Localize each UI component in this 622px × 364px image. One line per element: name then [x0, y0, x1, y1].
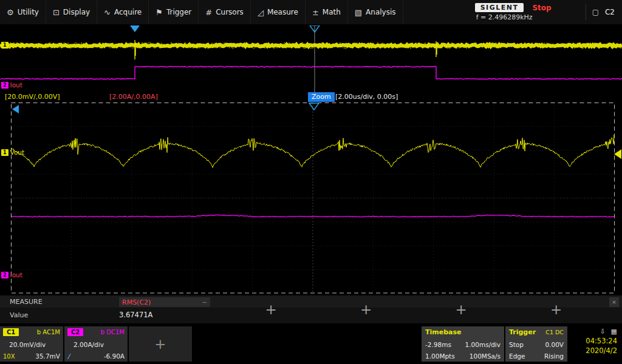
trigger-offscreen-marker: [12, 105, 19, 113]
trigger-box[interactable]: Trigger C1 DC Stop 0.00V Edge Rising: [505, 326, 567, 362]
menu-item-label: Trigger: [166, 8, 191, 16]
trigger-title: Trigger: [509, 328, 536, 336]
menu-item-measure[interactable]: ◿Measure: [251, 0, 306, 24]
overview-strip[interactable]: 1 Vout 2 Iout: [0, 25, 622, 92]
brand-block: SIGLENT Stop f = 2.496289kHz: [471, 0, 581, 24]
c2-offset: -6.90A: [104, 352, 125, 360]
measure-title: MEASURE: [10, 298, 112, 306]
menubar-right: ▢ C2: [581, 0, 622, 24]
measure-item-rms-c2[interactable]: RMS(C2) −: [119, 297, 210, 307]
usb-icon[interactable]: ⇩: [600, 328, 605, 335]
menu-item-utility[interactable]: ⚙Utility: [0, 0, 46, 24]
c2-skew-icon: ∕: [67, 352, 70, 360]
measure-empty-slot[interactable]: +: [319, 295, 414, 323]
menu-item-label: Utility: [18, 8, 39, 16]
menu-item-math[interactable]: ±Math: [306, 0, 348, 24]
clock-area: ⇩ ▦ 04:53:24 2020/4/2: [569, 326, 622, 364]
c1-probe-attenuation: 10X: [3, 353, 15, 360]
channel-window-icon: ▢: [592, 8, 599, 16]
measure-value-label: Value: [10, 311, 112, 320]
brand-row: SIGLENT Stop: [475, 3, 577, 12]
menubar-divider: [586, 4, 586, 20]
c2-channel-box[interactable]: C2 b DC1M 2.00A/div ∕ -6.90A: [64, 326, 128, 362]
measure-labels-column: MEASURE Value: [0, 295, 112, 323]
menu-item-label: Acquire: [114, 8, 142, 16]
statusbar: C1 b AC1M 20.0mV/div 10X 35.7mV C2 b DC1…: [0, 325, 622, 364]
menu-item-label: Analysis: [366, 8, 395, 16]
menu-item-analysis[interactable]: ▧Analysis: [348, 0, 403, 24]
clock-time: 04:53:24: [586, 337, 617, 345]
c2-amps-per-div: 2.00A/div: [67, 341, 125, 348]
trigger-position-marker: [130, 25, 140, 32]
menu-item-display[interactable]: ⊡Display: [46, 0, 97, 24]
lan-icon[interactable]: ▦: [611, 328, 617, 335]
timebase-delay: -2.98ms: [425, 341, 451, 348]
menu-item-acquire[interactable]: ∿Acquire: [97, 0, 149, 24]
c2-coupling: b DC1M: [101, 329, 125, 335]
measure-item-name: RMS(C2): [122, 298, 151, 306]
measure-icon: ◿: [258, 8, 264, 17]
scale-info-row: [20.0mV/,0.00V] [2.00A/,0.00A] Zoom [2.0…: [0, 92, 622, 103]
c1-badge: C1: [3, 328, 19, 336]
cursors-icon: #: [205, 8, 212, 17]
measure-panel: MEASURE Value RMS(C2) − 3.67471A ++++ ×: [0, 295, 622, 323]
menu-item-trigger[interactable]: ⚑Trigger: [149, 0, 199, 24]
timebase-title: Timebase: [425, 328, 501, 336]
c1-offset: 35.7mV: [35, 352, 60, 360]
c1-level-marker: [614, 149, 621, 159]
zoom-waveform-view[interactable]: 1 Vout 2 Iout: [0, 103, 622, 294]
collapse-icon[interactable]: −: [202, 299, 207, 306]
siglent-logo: SIGLENT: [475, 3, 524, 12]
sample-rate: 100MSa/s: [470, 352, 501, 360]
trigger-source: C1 DC: [545, 329, 564, 335]
menu-items: ⚙Utility⊡Display∿Acquire⚑Trigger#Cursors…: [0, 0, 471, 24]
overview-waveforms: [0, 25, 622, 92]
trigger-state: Stop: [509, 341, 524, 348]
zoom-timebase-readout: [2.00us/div, 0.00s]: [335, 93, 398, 101]
measure-empty-slot[interactable]: +: [414, 295, 509, 323]
acquisition-state[interactable]: Stop: [532, 4, 551, 12]
trigger-frequency-readout: f = 2.496289kHz: [475, 13, 577, 21]
menu-item-cursors[interactable]: #Cursors: [199, 0, 251, 24]
measure-empty-slots: ++++: [224, 295, 622, 323]
trigger-slope: Rising: [544, 352, 564, 360]
add-channel-button[interactable]: +: [129, 326, 192, 362]
c1-scale-readout: [20.0mV/,0.00V]: [5, 93, 60, 101]
trigger-icon: ⚑: [156, 8, 163, 17]
memory-depth: 1.00Mpts: [425, 352, 455, 360]
trigger-type: Edge: [509, 352, 525, 360]
menu-item-label: Math: [323, 8, 341, 16]
measure-empty-slot[interactable]: +: [224, 295, 319, 323]
c1-volts-per-div: 20.0mV/div: [3, 341, 60, 348]
zoom-waveforms: [0, 103, 622, 294]
timebase-box[interactable]: Timebase -2.98ms 1.00ms/div 1.00Mpts 100…: [422, 326, 504, 362]
acquire-icon: ∿: [104, 8, 111, 17]
measure-value: 3.67471A: [119, 311, 224, 319]
zoom-center-marker: [309, 103, 319, 110]
analysis-icon: ▧: [355, 8, 362, 17]
oscilloscope-screen: ⚙Utility⊡Display∿Acquire⚑Trigger#Cursors…: [0, 0, 622, 364]
status-icons: ⇩ ▦: [600, 328, 617, 335]
zoom-badge[interactable]: Zoom: [308, 92, 335, 102]
utility-icon: ⚙: [7, 8, 14, 17]
c1-channel-box[interactable]: C1 b AC1M 20.0mV/div 10X 35.7mV: [0, 326, 63, 362]
math-icon: ±: [312, 8, 319, 17]
trigger-level: 0.00V: [545, 341, 564, 348]
active-channel-label[interactable]: C2: [605, 8, 615, 16]
close-icon[interactable]: ×: [609, 297, 619, 307]
menu-item-label: Display: [63, 8, 90, 16]
timebase-scale: 1.00ms/div: [465, 341, 501, 348]
measure-item-column: RMS(C2) − 3.67471A: [112, 295, 224, 323]
menu-item-label: Cursors: [216, 8, 244, 16]
display-icon: ⊡: [53, 8, 60, 17]
c2-scale-readout: [2.00A/,0.00A]: [109, 93, 158, 101]
c1-coupling: b AC1M: [37, 329, 60, 335]
c2-overview-trace: [0, 66, 622, 79]
menu-item-label: Measure: [267, 8, 298, 16]
menubar: ⚙Utility⊡Display∿Acquire⚑Trigger#Cursors…: [0, 0, 622, 24]
statusbar-spacer: [193, 326, 420, 364]
clock-date: 2020/4/2: [586, 346, 617, 355]
measure-empty-slot[interactable]: +: [509, 295, 604, 323]
c2-badge: C2: [67, 328, 83, 336]
